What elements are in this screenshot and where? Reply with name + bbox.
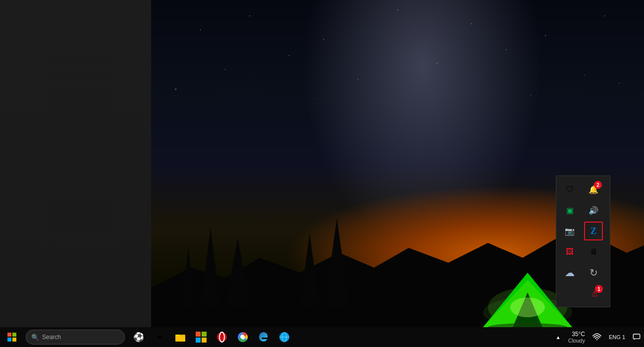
tray-display-icon[interactable]: 🖥 xyxy=(584,242,603,261)
svg-point-12 xyxy=(510,297,545,317)
taskbar: 🔍 Search ⚽ ✒ xyxy=(0,327,644,347)
tray-refresh-icon[interactable]: ↻ xyxy=(584,263,603,282)
chevron-up-icon: ▲ xyxy=(556,335,561,340)
svg-rect-14 xyxy=(7,333,11,337)
search-bar[interactable]: 🔍 Search xyxy=(26,330,125,345)
taskbar-app-globe[interactable] xyxy=(274,327,294,347)
display-settings-icon: 🖥 xyxy=(588,246,599,257)
comment-icon xyxy=(633,333,641,341)
tray-photo-icon[interactable]: 🖼 xyxy=(560,242,579,261)
taskbar-app-chrome[interactable] xyxy=(233,327,253,347)
network-icon[interactable] xyxy=(589,327,605,347)
taskbar-app-soccer[interactable]: ⚽ xyxy=(129,327,149,347)
start-button[interactable] xyxy=(0,327,24,347)
weather-description: Cloudy xyxy=(568,338,585,344)
opera-icon xyxy=(216,332,227,343)
svg-marker-3 xyxy=(201,228,220,307)
refresh-icon: ↻ xyxy=(588,267,599,278)
pinned-apps: ⚽ ✒ xyxy=(129,327,294,347)
taskbar-app-store[interactable] xyxy=(191,327,211,347)
system-tray: ▲ 35°C Cloudy ENG 1 xyxy=(552,327,644,347)
show-hidden-icons-button[interactable]: ▲ xyxy=(552,327,564,347)
svg-rect-16 xyxy=(7,338,11,342)
svg-rect-24 xyxy=(202,338,207,343)
input-indicator: 1 xyxy=(622,334,625,340)
svg-rect-21 xyxy=(196,332,201,337)
language-label: ENG xyxy=(609,334,621,340)
taskbar-app-opera[interactable] xyxy=(212,327,232,347)
svg-rect-20 xyxy=(180,335,185,336)
photo-icon: 🖼 xyxy=(564,246,575,257)
taskbar-app-file-explorer[interactable] xyxy=(170,327,190,347)
stars xyxy=(151,0,644,198)
weather-temperature: 35°C xyxy=(572,331,585,338)
svg-rect-23 xyxy=(196,338,201,343)
windows-logo-icon xyxy=(7,333,16,342)
tray-alert-icon[interactable]: ⚠ 1 xyxy=(585,284,604,303)
alert-badge: 1 xyxy=(595,285,603,293)
tray-overflow-popup: 🛡 🔔 2 ▣ 🔊 📷 Z 🖼 🖥 ☁ ↻ xyxy=(556,175,610,307)
tray-cloud-icon[interactable]: ☁ xyxy=(560,263,579,282)
language-indicator[interactable]: ENG 1 xyxy=(605,327,629,347)
action-center-button[interactable] xyxy=(629,327,644,347)
search-placeholder: Search xyxy=(42,334,61,341)
tray-zonealarm-icon[interactable]: Z xyxy=(584,222,603,240)
svg-rect-34 xyxy=(633,334,640,339)
soccer-icon: ⚽ xyxy=(133,332,144,343)
zonealarm-icon: Z xyxy=(588,226,599,236)
volume-icon: 🔊 xyxy=(588,205,599,216)
cloud-icon: ☁ xyxy=(564,267,575,278)
svg-point-29 xyxy=(241,335,245,339)
tray-camera-icon[interactable]: 📷 xyxy=(560,222,579,240)
tray-gpu-icon[interactable]: ▣ xyxy=(560,201,579,220)
notification-badge: 2 xyxy=(594,181,602,189)
svg-point-26 xyxy=(219,332,224,342)
tray-volume-icon[interactable]: 🔊 xyxy=(584,201,603,220)
svg-point-33 xyxy=(596,339,597,340)
search-icon: 🔍 xyxy=(31,334,39,341)
microsoft-store-icon xyxy=(196,332,207,343)
wifi-icon xyxy=(592,333,601,342)
tray-shield-icon[interactable]: 🛡 xyxy=(560,180,579,199)
tray-notification-icon[interactable]: 🔔 2 xyxy=(584,180,603,199)
pen-icon: ✒ xyxy=(154,332,165,343)
desktop: 🛡 🔔 2 ▣ 🔊 📷 Z 🖼 🖥 ☁ ↻ xyxy=(0,0,644,327)
globe-app-icon xyxy=(279,332,290,343)
gpu-icon: ▣ xyxy=(564,205,575,216)
shield-icon: 🛡 xyxy=(564,184,575,195)
left-panel xyxy=(0,0,151,327)
edge-icon xyxy=(258,332,269,343)
camera-icon: 📷 xyxy=(564,226,575,236)
taskbar-app-edge[interactable] xyxy=(254,327,273,347)
svg-rect-19 xyxy=(175,336,185,342)
svg-rect-15 xyxy=(12,333,16,337)
weather-widget[interactable]: 35°C Cloudy xyxy=(564,327,589,347)
svg-rect-17 xyxy=(12,338,16,342)
svg-rect-22 xyxy=(202,332,207,337)
file-explorer-icon xyxy=(175,332,186,343)
chrome-icon xyxy=(237,332,248,343)
taskbar-app-pen[interactable]: ✒ xyxy=(150,327,169,347)
